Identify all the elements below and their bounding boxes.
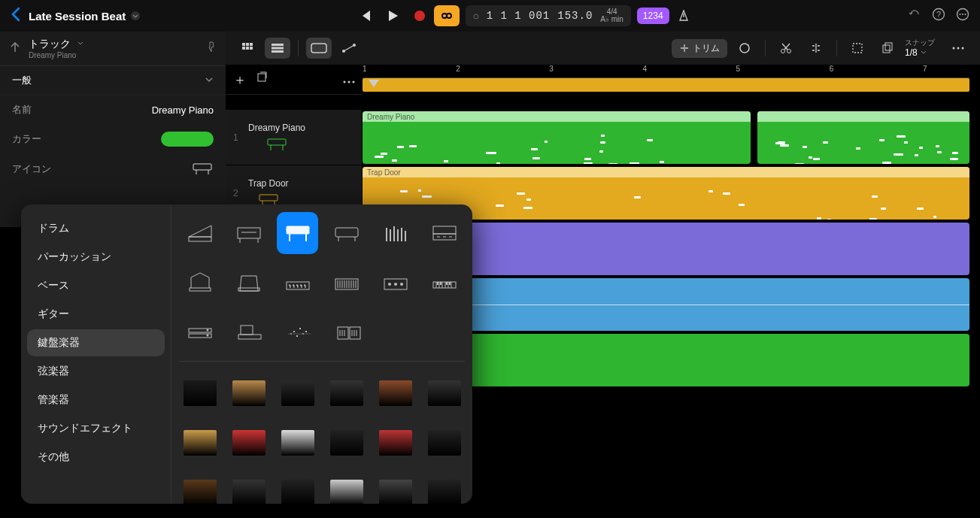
icon-option[interactable]: [228, 212, 269, 254]
icon-option[interactable]: [326, 262, 367, 304]
inspector-row-name[interactable]: 名前 Dreamy Piano: [0, 95, 226, 124]
inspector-row-color[interactable]: カラー: [0, 124, 226, 154]
record-button[interactable]: [407, 5, 432, 26]
icon-option-realistic[interactable]: [375, 372, 416, 414]
svg-rect-26: [885, 43, 892, 50]
icon-option-realistic[interactable]: [423, 471, 465, 504]
svg-point-22: [781, 50, 785, 53]
icon-option-realistic[interactable]: [277, 372, 318, 414]
svg-point-5: [960, 14, 961, 15]
region[interactable]: [757, 111, 969, 164]
icon-option[interactable]: [277, 262, 318, 304]
back-button[interactable]: [11, 7, 21, 26]
icon-option-realistic[interactable]: [228, 372, 269, 414]
inspector-row-icon[interactable]: アイコン: [0, 154, 226, 184]
icon-swatch[interactable]: [191, 162, 214, 177]
svg-rect-9: [242, 43, 245, 46]
icon-option[interactable]: [229, 311, 271, 353]
icon-category-item[interactable]: ベース: [27, 272, 165, 299]
play-button[interactable]: [380, 5, 405, 26]
marquee-tool-button[interactable]: [845, 38, 870, 59]
icon-option-realistic[interactable]: [423, 372, 465, 414]
automation-button[interactable]: [336, 38, 362, 59]
svg-point-23: [787, 50, 791, 53]
icon-option-realistic[interactable]: [375, 471, 416, 504]
icon-category-item[interactable]: パーカッション: [27, 244, 165, 271]
icon-option-realistic[interactable]: [375, 422, 416, 464]
icon-option-realistic[interactable]: [228, 471, 269, 504]
icon-category-item[interactable]: その他: [27, 444, 165, 471]
icon-category-item[interactable]: ドラム: [27, 215, 165, 242]
svg-rect-57: [338, 327, 348, 339]
trim-tool-button[interactable]: トリム: [672, 39, 727, 58]
track-name-label: Dreamy Piano: [248, 123, 305, 133]
region-view-button[interactable]: [306, 38, 332, 59]
svg-rect-8: [193, 164, 211, 170]
icon-option[interactable]: [278, 311, 320, 353]
icon-option[interactable]: [375, 212, 416, 254]
icon-option[interactable]: [326, 212, 367, 254]
beat-indicator[interactable]: 1234: [637, 8, 669, 24]
more-icon[interactable]: [956, 8, 969, 24]
svg-rect-35: [259, 195, 278, 201]
go-to-start-button[interactable]: [353, 5, 378, 26]
chevron-down-icon: [205, 75, 214, 86]
icon-option-realistic[interactable]: [326, 372, 367, 414]
icon-option-realistic[interactable]: [179, 422, 220, 464]
inspector-section-general[interactable]: 一般: [0, 66, 226, 95]
svg-point-31: [344, 81, 346, 83]
svg-rect-58: [350, 327, 360, 339]
icon-option-realistic[interactable]: [179, 471, 220, 504]
icon-option-realistic[interactable]: [326, 471, 367, 504]
track-name-value: Dreamy Piano: [152, 105, 214, 116]
lcd-display[interactable]: 1 1 1 001 153.0 4/4 A♭ min: [466, 5, 631, 26]
split-tool-button[interactable]: [803, 38, 829, 59]
icon-option-realistic[interactable]: [277, 422, 318, 464]
svg-rect-55: [241, 326, 253, 335]
icon-option[interactable]: [423, 262, 465, 304]
copy-tool-button[interactable]: [875, 38, 900, 59]
icon-option[interactable]: [179, 311, 221, 353]
icon-option[interactable]: [423, 212, 465, 254]
track-list-more-button[interactable]: [343, 71, 355, 87]
add-track-button[interactable]: ＋: [233, 71, 247, 89]
icon-option[interactable]: [328, 311, 370, 353]
icon-option-realistic[interactable]: [179, 372, 220, 414]
icon-option-realistic[interactable]: [423, 422, 465, 464]
timesig-display: 4/4 A♭ min: [600, 8, 623, 23]
icon-option-realistic[interactable]: [326, 422, 367, 464]
track-header[interactable]: 1 Dreamy Piano: [226, 110, 363, 165]
icon-option[interactable]: [228, 262, 269, 304]
toolbar-more-button[interactable]: [945, 38, 971, 59]
svg-rect-37: [238, 228, 260, 238]
snap-control[interactable]: スナップ 1/8: [905, 38, 935, 58]
icon-category-item[interactable]: 管楽器: [27, 386, 165, 413]
region[interactable]: Dreamy Piano: [363, 111, 751, 164]
icon-option[interactable]: [179, 262, 220, 304]
undo-icon[interactable]: [908, 8, 921, 24]
icon-category-item[interactable]: サウンドエフェクト: [27, 415, 165, 442]
track-instrument-icon: [265, 136, 289, 153]
icon-option[interactable]: [375, 262, 416, 304]
view-grid-button[interactable]: [235, 38, 260, 59]
icon-category-item[interactable]: 弦楽器: [27, 358, 165, 385]
svg-rect-12: [242, 47, 245, 50]
loop-tool-button[interactable]: [732, 38, 757, 59]
top-bar: Late Session Beat 1 1 1 001 153.0 4/4 A♭…: [0, 0, 980, 32]
icon-category-item[interactable]: 鍵盤楽器: [27, 329, 165, 356]
help-icon[interactable]: ?: [932, 8, 945, 24]
icon-option[interactable]: [179, 212, 220, 254]
cycle-button[interactable]: [434, 5, 460, 26]
view-list-button[interactable]: [265, 38, 290, 59]
metronome-button[interactable]: [671, 5, 696, 26]
duplicate-track-button[interactable]: [256, 71, 268, 87]
pin-icon[interactable]: [206, 41, 217, 56]
icon-option-realistic[interactable]: [228, 422, 269, 464]
icon-category-item[interactable]: ギター: [27, 301, 165, 328]
icon-option[interactable]: [277, 212, 318, 254]
color-swatch[interactable]: [161, 132, 214, 147]
project-title[interactable]: Late Session Beat: [29, 10, 141, 23]
icon-option-realistic[interactable]: [277, 471, 318, 504]
scissors-tool-button[interactable]: [773, 38, 799, 59]
inspector-up-icon[interactable]: [9, 41, 21, 56]
